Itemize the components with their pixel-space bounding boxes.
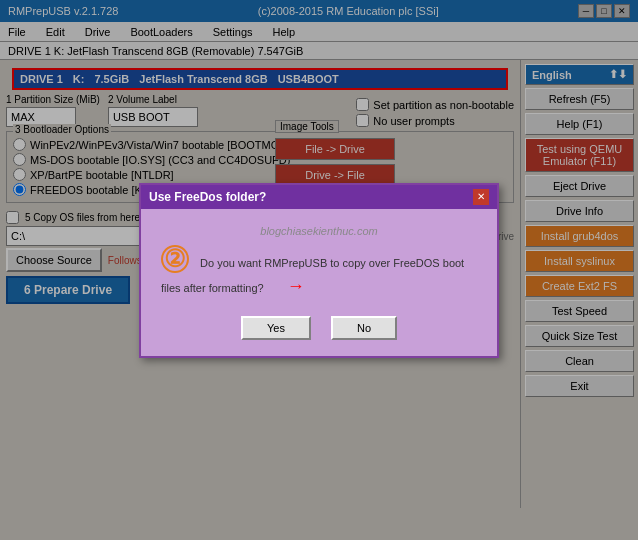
dialog-watermark: blogchiasekienthuc.com xyxy=(161,225,477,237)
dialog-title: Use FreeDos folder? xyxy=(149,190,266,204)
dialog-text: ② Do you want RMPrepUSB to copy over Fre… xyxy=(161,245,477,300)
dialog-overlay: Use FreeDos folder? ✕ blogchiasekienthuc… xyxy=(0,0,638,540)
dialog-close-button[interactable]: ✕ xyxy=(473,189,489,205)
dialog-yes-button[interactable]: Yes xyxy=(241,316,311,340)
dialog-content: blogchiasekienthuc.com ② Do you want RMP… xyxy=(141,209,497,356)
dialog-buttons: Yes No xyxy=(161,316,477,340)
dialog-title-bar: Use FreeDos folder? ✕ xyxy=(141,185,497,209)
dialog-no-button[interactable]: No xyxy=(331,316,397,340)
dialog-box: Use FreeDos folder? ✕ blogchiasekienthuc… xyxy=(139,183,499,358)
